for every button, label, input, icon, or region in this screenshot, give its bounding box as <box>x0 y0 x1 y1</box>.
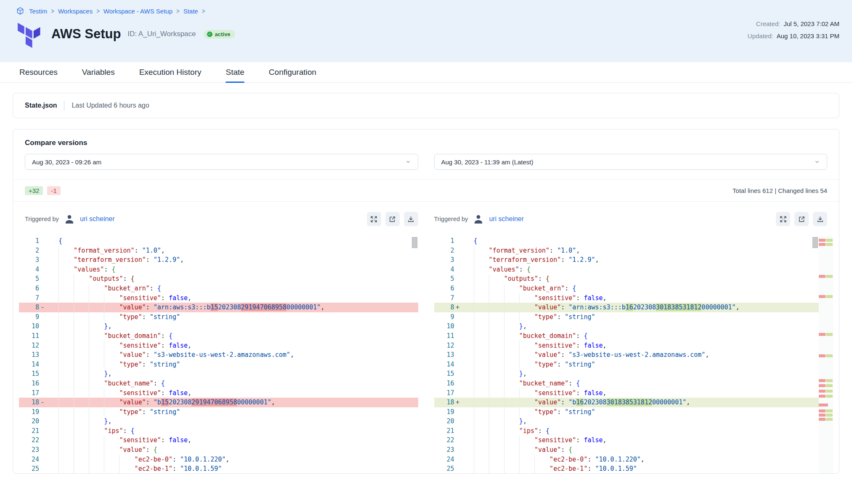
external-link-icon <box>798 216 805 223</box>
scrollbar-thumb[interactable] <box>412 237 417 248</box>
diff-sign <box>39 284 46 293</box>
download-button[interactable] <box>813 212 827 226</box>
diff-sign: - <box>39 303 46 312</box>
diff-sign <box>39 331 46 341</box>
download-button[interactable] <box>404 212 418 226</box>
line-number: 13 <box>434 350 454 360</box>
version-select-left[interactable]: Aug 30, 2023 - 09:26 am <box>25 154 418 170</box>
additions-badge: +32 <box>25 186 43 195</box>
tab-execution-history[interactable]: Execution History <box>139 62 202 82</box>
diff-mark <box>819 275 833 278</box>
code-panel-left[interactable]: 1 {2 "format_version": "1.0",3 "terrafor… <box>19 236 418 474</box>
code-line: 22 "sensitive": false, <box>19 435 418 445</box>
status-badge-label: active <box>215 31 231 37</box>
breadcrumb-item-state[interactable]: State <box>183 8 198 15</box>
diff-sign <box>454 265 461 274</box>
diff-sign <box>39 293 46 303</box>
code-line: 4 "values": { <box>19 265 418 274</box>
diff-sign <box>39 360 46 369</box>
diff-sign <box>39 407 46 417</box>
tab-variables[interactable]: Variables <box>82 62 115 82</box>
diff-sign <box>39 246 46 256</box>
vertical-divider <box>64 100 64 111</box>
diff-sign <box>454 255 461 265</box>
scrollbar-thumb[interactable] <box>812 237 818 248</box>
code-line: 21 "ips": { <box>19 426 418 436</box>
line-number: 19 <box>434 407 454 417</box>
line-number: 15 <box>434 369 454 379</box>
diff-sign <box>39 445 46 455</box>
tab-resources[interactable]: Resources <box>19 62 58 82</box>
tab-state[interactable]: State <box>226 62 244 82</box>
diff-sign <box>39 426 46 436</box>
avatar-icon <box>64 214 75 224</box>
open-external-button[interactable] <box>385 212 400 226</box>
code-line: 20 }, <box>19 417 418 426</box>
code-line: 18+"value": "b16202308301838531812000000… <box>434 398 833 407</box>
version-select-right[interactable]: Aug 30, 2023 - 11:39 am (Latest) <box>434 154 828 170</box>
diff-sign <box>454 407 461 417</box>
diff-mark <box>819 354 833 357</box>
panel-header-right: Triggered by uri scheiner <box>434 212 828 226</box>
code-line: 6 "bucket_arn": { <box>19 284 418 293</box>
code-line: 13 "value": "s3-website-us-west-2.amazon… <box>19 350 418 360</box>
line-number: 15 <box>19 369 39 379</box>
diff-mark <box>819 239 833 242</box>
diff-sign <box>454 284 461 293</box>
line-number: 22 <box>19 435 39 445</box>
diff-mark <box>819 295 833 298</box>
line-number: 17 <box>434 388 454 398</box>
chevron-right-icon: > <box>176 7 180 15</box>
breadcrumb-item-workspace[interactable]: Workspace - AWS Setup <box>104 8 173 15</box>
line-number: 17 <box>19 388 39 398</box>
diff-sign <box>39 435 46 445</box>
code-line: 8-"value": "arn:aws:s3:::b15202308291947… <box>19 303 418 312</box>
line-number: 24 <box>434 455 454 464</box>
diff-sign <box>39 417 46 426</box>
diff-sign <box>39 455 46 464</box>
diff-sign: - <box>39 398 46 407</box>
breadcrumb-item-testim[interactable]: Testim <box>29 8 47 15</box>
diff-sign: + <box>454 303 461 312</box>
chevron-right-icon: > <box>51 7 54 15</box>
deletions-badge: -1 <box>47 186 60 195</box>
tab-configuration[interactable]: Configuration <box>269 62 316 82</box>
version-select-left-value: Aug 30, 2023 - 09:26 am <box>32 158 101 166</box>
diff-mark <box>819 395 833 398</box>
line-number: 1 <box>19 236 39 246</box>
code-line: 3 "terraform_version": "1.2.9", <box>434 255 833 265</box>
diff-sign <box>39 341 46 351</box>
diff-sign <box>454 331 461 341</box>
fullscreen-button[interactable] <box>367 212 381 226</box>
triggered-by-label: Triggered by <box>434 216 468 222</box>
diff-sign <box>39 388 46 398</box>
line-number: 20 <box>434 417 454 426</box>
diff-mark <box>819 414 833 417</box>
code-line: 5 "outputs": { <box>19 274 418 284</box>
overview-ruler[interactable] <box>819 236 833 474</box>
terraform-logo <box>16 20 41 48</box>
code-panel-right[interactable]: 1 {2 "format_version": "1.0",3 "terrafor… <box>434 236 833 474</box>
code-line: 15 }, <box>19 369 418 379</box>
line-number: 8 <box>434 303 454 312</box>
line-number: 23 <box>19 445 39 455</box>
code-line: 3 "terraform_version": "1.2.9", <box>19 255 418 265</box>
code-line: 2 "format_version": "1.0", <box>19 246 418 256</box>
check-icon: ✓ <box>207 32 212 37</box>
line-number: 25 <box>19 464 39 474</box>
code-line: 6 "bucket_arn": { <box>434 284 833 293</box>
user-link[interactable]: uri scheiner <box>80 215 115 223</box>
line-number: 21 <box>19 426 39 436</box>
line-number: 22 <box>434 435 454 445</box>
line-number: 2 <box>434 246 454 256</box>
fullscreen-button[interactable] <box>776 212 790 226</box>
user-link[interactable]: uri scheiner <box>489 215 524 223</box>
open-external-button[interactable] <box>794 212 809 226</box>
diff-sign <box>454 464 461 474</box>
code-line: 24 "ec2-be-0": "10.0.1.220", <box>434 455 833 464</box>
diff-sign <box>454 322 461 331</box>
breadcrumb-item-workspaces[interactable]: Workspaces <box>58 8 93 15</box>
line-number: 3 <box>19 255 39 265</box>
diff-sign <box>454 435 461 445</box>
code-line: 1 { <box>434 236 833 246</box>
